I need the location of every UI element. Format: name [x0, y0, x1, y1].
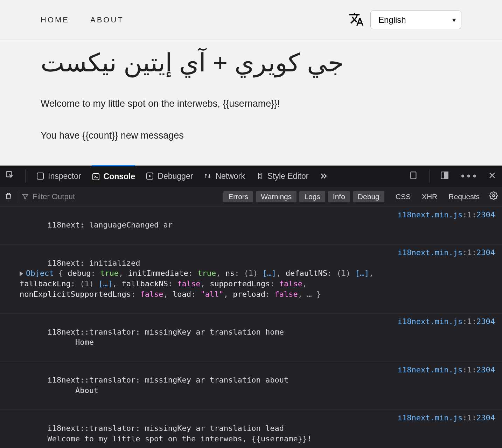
tab-debugger[interactable]: Debugger [146, 165, 193, 187]
log-source[interactable]: i18next.min.js:1:2304 [398, 365, 495, 375]
tab-style-editor[interactable]: Style Editor [256, 165, 309, 187]
svg-point-7 [493, 195, 495, 197]
tabs-overflow[interactable] [319, 165, 328, 187]
level-warnings[interactable]: Warnings [256, 191, 297, 202]
log-text: Home [75, 338, 94, 346]
tab-style-label: Style Editor [267, 172, 309, 181]
tab-console[interactable]: Console [92, 165, 135, 187]
log-source[interactable]: i18next.min.js:1:2304 [398, 413, 495, 423]
log-row: i18next.min.js:1:2304i18next::translator… [0, 314, 502, 362]
svg-rect-1 [37, 173, 43, 179]
log-source[interactable]: i18next.min.js:1:2304 [398, 316, 495, 327]
nav-home[interactable]: HOME [41, 15, 69, 24]
translate-icon [349, 12, 364, 28]
devtools: Inspector Console Debugger Network Style… [0, 166, 502, 448]
level-logs[interactable]: Logs [299, 191, 325, 202]
log-text: i18next::translator: missingKey ar trans… [47, 328, 284, 336]
filter-placeholder: Filter Output [33, 192, 75, 201]
console-filter-bar: Filter Output Errors Warnings Logs Info … [0, 187, 502, 207]
dock-mode-icon[interactable] [440, 171, 449, 182]
close-devtools-icon[interactable] [488, 171, 496, 181]
log-text: i18next: initialized [47, 259, 140, 267]
log-text: i18next::translator: missingKey ar trans… [47, 424, 284, 433]
tab-debugger-label: Debugger [158, 172, 193, 181]
level-errors[interactable]: Errors [223, 191, 253, 202]
language-switcher: English ▾ [349, 10, 461, 29]
tab-network[interactable]: Network [203, 165, 245, 187]
meatballs-icon[interactable]: ••• [460, 170, 477, 182]
log-row: i18next.min.js:1:2304i18next: languageCh… [0, 207, 502, 245]
disclosure-triangle-icon[interactable] [20, 271, 23, 276]
devtools-toolbar: Inspector Console Debugger Network Style… [0, 166, 502, 187]
clear-console-icon[interactable] [4, 192, 13, 202]
svg-rect-6 [445, 172, 448, 179]
level-info[interactable]: Info [328, 191, 350, 202]
new-messages-text: You have {{count}} new messages [41, 130, 461, 141]
nav-about[interactable]: ABOUT [90, 15, 124, 24]
console-settings-icon[interactable] [489, 191, 498, 202]
log-row: i18next.min.js:1:2304i18next: initialize… [0, 245, 502, 314]
object-label: Object [26, 269, 54, 278]
log-text: i18next: languageChanged ar [47, 220, 173, 229]
tab-inspector-label: Inspector [48, 172, 81, 181]
language-select[interactable]: English [370, 10, 461, 29]
page-title: جي كويري + آي إيتين نيكست [41, 48, 461, 77]
log-row: i18next.min.js:1:2304i18next::translator… [0, 362, 502, 410]
log-row: i18next.min.js:1:2304i18next::translator… [0, 410, 502, 448]
log-text: About [75, 386, 98, 395]
level-debug[interactable]: Debug [353, 191, 384, 202]
responsive-mode-icon[interactable] [410, 171, 419, 182]
filter-input[interactable]: Filter Output [21, 192, 147, 201]
lead-text: Welcome to my little spot on the interwe… [41, 98, 461, 109]
tab-inspector[interactable]: Inspector [36, 165, 81, 187]
toggle-css[interactable]: CSS [396, 192, 411, 201]
toggle-requests[interactable]: Requests [448, 192, 480, 201]
svg-rect-4 [411, 172, 416, 179]
log-text: Welcome to my little spot on the interwe… [47, 434, 312, 443]
log-text: i18next::translator: missingKey ar trans… [47, 376, 288, 384]
console-log-area: i18next.min.js:1:2304i18next: languageCh… [0, 207, 502, 448]
log-source[interactable]: i18next.min.js:1:2304 [398, 247, 495, 258]
log-source[interactable]: i18next.min.js:1:2304 [398, 210, 495, 220]
pick-element-icon[interactable] [6, 171, 15, 182]
tab-network-label: Network [215, 172, 245, 181]
toggle-xhr[interactable]: XHR [422, 192, 437, 201]
tab-console-label: Console [104, 172, 135, 181]
navbar: HOME ABOUT English ▾ [0, 0, 502, 40]
